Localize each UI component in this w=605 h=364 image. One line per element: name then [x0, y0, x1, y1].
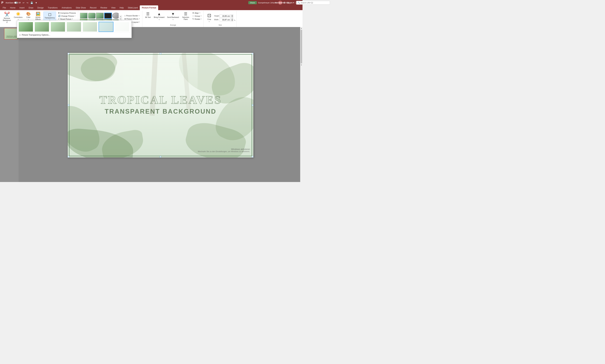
- transparency-50[interactable]: [66, 22, 81, 32]
- height-input[interactable]: [220, 14, 231, 18]
- undo-button[interactable]: ↩: [22, 1, 25, 4]
- change-picture-button[interactable]: 🔄 Change Picture ▾: [57, 14, 77, 17]
- tab-transitions[interactable]: Transitions: [46, 5, 60, 10]
- handle-middle-right[interactable]: [252, 104, 253, 106]
- align-button[interactable]: ⊟ Align ▾: [192, 12, 202, 14]
- send-backward-icon: ▼: [171, 12, 175, 16]
- transparency-30[interactable]: [51, 22, 65, 32]
- transparency-options-icon: ◻: [19, 34, 21, 36]
- slide-title: TROPICAL LEAVES TRANSPARENT BACKGROUND: [93, 93, 228, 115]
- search-bar[interactable]: 🔍: [296, 1, 303, 5]
- reset-picture-icon: ↩: [58, 18, 60, 20]
- tab-animations[interactable]: Animations: [60, 5, 74, 10]
- tab-file[interactable]: File: [1, 5, 8, 10]
- app-icon: P: [1, 1, 3, 5]
- arrange-group: ☰ Alt Text ▲ Bring Forward ▾ ▼ Send Back…: [143, 11, 204, 27]
- width-input[interactable]: [220, 18, 231, 21]
- picture-effects-button[interactable]: ◈ Picture Effects ▾: [123, 17, 141, 20]
- group-button[interactable]: ⬚ Group ▾: [192, 14, 202, 17]
- style-thumb-9[interactable]: [112, 13, 119, 19]
- remove-background-label: Remove Background: [3, 17, 11, 24]
- handle-bottom-left[interactable]: [68, 156, 69, 157]
- canvas-area[interactable]: ◻ Picture Transparency Options...: [19, 27, 303, 182]
- transparency-65[interactable]: [83, 22, 97, 32]
- slide-title-h1: TROPICAL LEAVES: [93, 93, 228, 106]
- alt-text-icon: ☰: [146, 12, 150, 16]
- handle-bottom-center[interactable]: [160, 156, 161, 157]
- slide-thumb-1[interactable]: TROPICAL LEAVES TRANSPARENT BACKGROUND: [4, 28, 18, 39]
- corrections-button[interactable]: ☀️ Corrections ▾: [13, 12, 24, 21]
- tab-draw[interactable]: Draw: [26, 5, 35, 10]
- scroll-thumb[interactable]: [301, 30, 302, 64]
- change-picture-icon: 🔄: [58, 15, 60, 17]
- style-thumb-5[interactable]: [96, 13, 104, 19]
- qat-more-button[interactable]: ▼: [35, 1, 38, 4]
- transparency-95[interactable]: [115, 22, 129, 32]
- color-button[interactable]: 🎨 Color ▾: [24, 12, 33, 21]
- transparency-0[interactable]: [18, 22, 33, 32]
- style-thumb-3[interactable]: [88, 13, 96, 19]
- color-icon: 🎨: [26, 12, 31, 16]
- size-group-label: Size: [219, 24, 222, 26]
- alt-text-button[interactable]: ☰ Alt Text: [144, 12, 152, 19]
- tab-review[interactable]: Review: [98, 5, 109, 10]
- handle-top-right[interactable]: [252, 53, 253, 54]
- bring-forward-icon: ▲: [157, 12, 161, 16]
- handle-bottom-right[interactable]: [252, 156, 253, 157]
- rotate-button[interactable]: ↻ Rotate ▾: [192, 18, 202, 20]
- picture-effects-icon: ◈: [124, 18, 126, 20]
- crop-icon: ⊡: [207, 13, 211, 18]
- search-input[interactable]: [301, 2, 303, 4]
- remove-background-button[interactable]: ✂️ Remove Background: [2, 12, 12, 24]
- tab-slidelizard[interactable]: SlideLizard: [126, 5, 140, 10]
- height-label: Height:: [214, 15, 219, 17]
- reset-picture-button[interactable]: ↩ Reset Picture ▾: [57, 18, 77, 20]
- height-down[interactable]: ▼: [231, 16, 233, 18]
- tab-record[interactable]: Record: [88, 5, 98, 10]
- crop-button[interactable]: ⊡ Crop ▾: [205, 13, 213, 23]
- width-up[interactable]: ▲: [231, 18, 233, 20]
- size-dialog-launcher[interactable]: ⤡: [234, 19, 235, 21]
- redo-button[interactable]: ↪: [26, 1, 29, 4]
- picture-border-icon: □: [124, 15, 126, 17]
- picture-border-button[interactable]: □ Picture Border ▾: [123, 14, 141, 17]
- autosave-toggle[interactable]: AutoSave Off: [5, 1, 21, 4]
- transparency-80[interactable]: [99, 22, 114, 32]
- transparency-dropdown: ◻ Picture Transparency Options...: [17, 20, 132, 38]
- compress-pictures-button[interactable]: ⊞ Compress Pictures: [57, 12, 77, 14]
- ribbon-tabs: File Home Insert Draw Design Transitions…: [0, 5, 303, 10]
- arrange-group-label: Arrange: [170, 24, 176, 26]
- tab-insert[interactable]: Insert: [17, 5, 26, 10]
- autosave-switch[interactable]: [14, 2, 18, 4]
- title-bar: P AutoSave Off ↩ ↪ 💾 ▼ transparent-image…: [0, 0, 303, 5]
- transparency-15[interactable]: [34, 22, 49, 32]
- tab-design[interactable]: Design: [35, 5, 46, 10]
- scroll-down-arrow[interactable]: ▼: [300, 64, 303, 66]
- width-down[interactable]: ▼: [231, 20, 233, 21]
- username-label: Gumpelmeyer Johanna: [258, 2, 277, 4]
- tab-picture-format[interactable]: Picture Format: [140, 5, 158, 10]
- tab-help[interactable]: Help: [117, 5, 126, 10]
- share-button[interactable]: Share: [248, 1, 257, 4]
- style-thumb-7[interactable]: [104, 13, 112, 19]
- main-area: 1 TROPICAL LEAVES TRANSPARENT BACKGROUND: [0, 27, 303, 182]
- tab-view[interactable]: View: [109, 5, 117, 10]
- height-spin: ▲ ▼: [231, 14, 233, 18]
- slide-title-h2: TRANSPARENT BACKGROUND: [93, 108, 228, 115]
- slide-canvas[interactable]: TROPICAL LEAVES TRANSPARENT BACKGROUND W…: [68, 53, 253, 157]
- tab-home[interactable]: Home: [8, 5, 17, 10]
- height-up[interactable]: ▲: [231, 14, 233, 16]
- tab-slideshow[interactable]: Slide Show: [74, 5, 88, 10]
- send-backward-button[interactable]: ▼ Send Backward ▾: [166, 12, 180, 21]
- transparency-icon: ◻: [48, 12, 51, 16]
- picture-transparency-options-link[interactable]: ◻ Picture Transparency Options...: [18, 33, 131, 37]
- scroll-up-arrow[interactable]: ▲: [300, 27, 303, 29]
- style-thumb-1[interactable]: [80, 13, 88, 19]
- gallery-up-arrow[interactable]: ▲: [119, 15, 122, 18]
- selection-pane-button[interactable]: ☰ Selection Pane: [181, 12, 191, 21]
- save-button[interactable]: 💾: [30, 1, 34, 4]
- gallery-down-arrow[interactable]: ▼: [119, 18, 122, 20]
- bring-forward-button[interactable]: ▲ Bring Forward ▾: [153, 12, 166, 21]
- vertical-scrollbar[interactable]: ▲ ▼: [300, 27, 303, 182]
- search-icon: 🔍: [298, 2, 300, 4]
